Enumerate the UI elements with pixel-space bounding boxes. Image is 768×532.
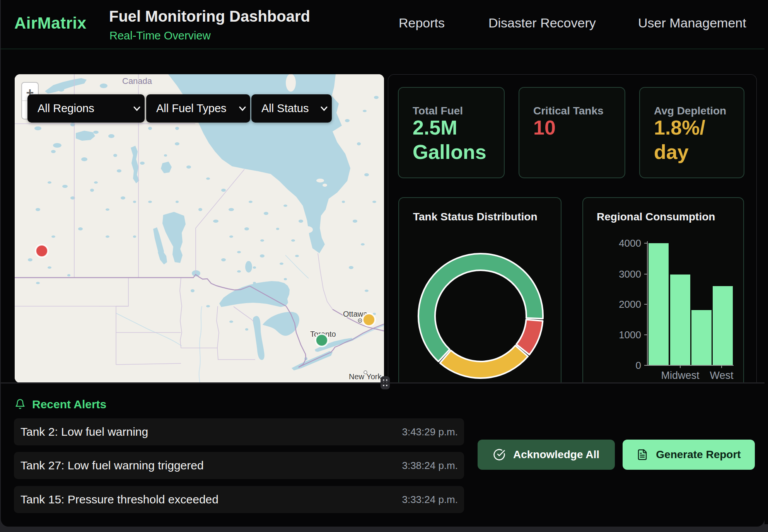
svg-text:2000: 2000 [619,298,641,310]
svg-text:1000: 1000 [619,329,641,341]
svg-text:West: West [710,370,734,381]
svg-text:0: 0 [636,360,641,371]
svg-text:Canada: Canada [122,76,152,86]
svg-text:4000: 4000 [619,237,641,249]
svg-text:3000: 3000 [619,268,641,280]
svg-text:Midwest: Midwest [661,370,700,381]
